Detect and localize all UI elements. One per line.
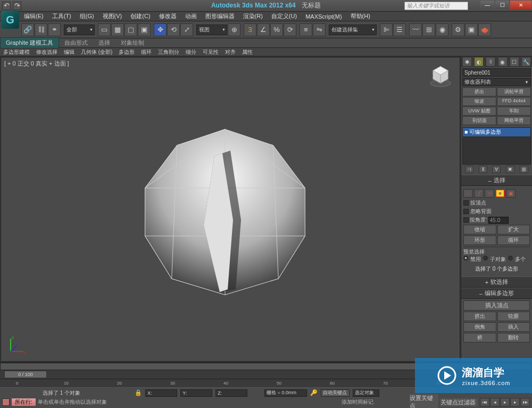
schematic-icon[interactable]: ⊞ — [422, 23, 435, 36]
radio-multi[interactable] — [508, 256, 513, 260]
sub-geom[interactable]: 几何体 (全部) — [78, 48, 115, 56]
layers-icon[interactable]: ☰ — [393, 23, 406, 36]
mod-ffd[interactable]: FFD 4x4x4 — [497, 97, 531, 106]
select-icon[interactable]: ▭ — [98, 23, 111, 36]
chk-ignore-back[interactable] — [463, 209, 469, 214]
app-menu-icon[interactable]: G — [1, 11, 19, 29]
z-coord[interactable]: Z: — [215, 389, 247, 397]
selset-dropdown[interactable]: 选定对象 — [353, 389, 379, 397]
chk-by-angle[interactable] — [463, 217, 469, 223]
subobj-edge-icon[interactable]: ╱ — [474, 189, 484, 198]
keyfilter-button[interactable]: 关键点过滤器 — [440, 398, 478, 406]
align-icon[interactable]: ⊫ — [380, 23, 393, 36]
show-end-icon[interactable]: Ⅱ — [479, 166, 487, 173]
spinner-snap-icon[interactable]: ⟳ — [284, 23, 296, 36]
time-thumb[interactable]: 0 / 100 — [4, 371, 47, 378]
sub-loop[interactable]: 循环 — [138, 48, 155, 56]
mod-lathe[interactable]: 车削 — [497, 107, 531, 116]
script-tab[interactable]: 所在行: — [12, 398, 36, 406]
menu-help[interactable]: 帮助(H) — [348, 12, 373, 21]
render-icon[interactable]: 🫖 — [478, 23, 491, 36]
viewport-label[interactable]: [ + 0 正交 0 真实 + 边面 ] — [4, 60, 69, 68]
close-button[interactable]: ✕ — [510, 0, 532, 10]
mod-noise[interactable]: 噪波 — [462, 97, 496, 106]
btn-extrude[interactable]: 挤出 — [463, 312, 496, 321]
goto-end-icon[interactable]: ⏭ — [520, 398, 530, 406]
setkey-button[interactable]: 设置关键点 — [410, 394, 438, 408]
select-name-icon[interactable]: ▦ — [111, 23, 124, 36]
sub-props[interactable]: 属性 — [239, 48, 256, 56]
chk-by-vertex[interactable] — [463, 200, 469, 206]
pin-stack-icon[interactable]: ⊣ — [465, 166, 473, 173]
search-input[interactable]: 输入关键字或短语 — [404, 2, 468, 10]
prev-frame-icon[interactable]: ◂ — [490, 398, 500, 406]
btn-flip[interactable]: 翻转 — [497, 333, 530, 342]
y-coord[interactable]: Y: — [180, 389, 212, 397]
btn-loop[interactable]: 循环 — [497, 235, 530, 245]
ribbon-tab-freeform[interactable]: 自由形式 — [59, 38, 93, 48]
sub-poly[interactable]: 多边形 — [115, 48, 138, 56]
viewcube[interactable] — [428, 63, 453, 88]
tab-display-icon[interactable]: ☐ — [510, 57, 519, 67]
percent-snap-icon[interactable]: % — [270, 23, 283, 36]
ref-coord[interactable]: 视图 — [196, 25, 227, 35]
menu-tools[interactable]: 工具(T) — [49, 12, 74, 21]
minimize-button[interactable]: — — [480, 0, 495, 10]
pivot-icon[interactable]: ⊕ — [228, 23, 240, 36]
menu-custom[interactable]: 自定义(U) — [269, 12, 300, 21]
sub-polymodel[interactable]: 多边形建模 — [0, 48, 33, 56]
autokey-button[interactable]: 自动关键点 — [321, 389, 350, 397]
rollout-softselect[interactable]: +软选择 — [461, 276, 532, 288]
mod-slice[interactable]: 剖切面 — [462, 116, 496, 125]
menu-anim[interactable]: 动画 — [182, 12, 200, 21]
key-icon[interactable]: 🔑 — [310, 389, 318, 396]
tab-create-icon[interactable]: ✱ — [462, 57, 472, 67]
menu-graph[interactable]: 图形编辑器 — [203, 12, 237, 21]
config-icon[interactable]: ⊞ — [520, 166, 528, 173]
rollout-selection[interactable]: –选择 — [461, 175, 532, 186]
curve-editor-icon[interactable]: 〰 — [409, 23, 422, 36]
sub-vis[interactable]: 可见性 — [200, 48, 222, 56]
mirror-icon[interactable]: ⇋ — [313, 23, 326, 36]
selection-filter[interactable]: 全部 — [64, 25, 95, 35]
subobj-border-icon[interactable]: ◇ — [485, 189, 494, 198]
btn-bevel[interactable]: 倒角 — [463, 322, 496, 332]
goto-start-icon[interactable]: ⏮ — [480, 398, 489, 406]
menu-view[interactable]: 视图(V) — [100, 12, 125, 21]
btn-inset[interactable]: 插入 — [497, 322, 530, 332]
link-icon[interactable]: 🔗 — [21, 23, 34, 36]
object-name-field[interactable]: Sphere001 — [462, 68, 531, 77]
redo-icon[interactable]: ↷ — [13, 2, 21, 10]
mod-uvw[interactable]: UVW 贴图 — [462, 107, 496, 116]
tab-motion-icon[interactable]: ◉ — [498, 57, 508, 67]
undo-icon[interactable]: ↶ — [2, 2, 11, 10]
rotate-icon[interactable]: ⟲ — [167, 23, 180, 36]
btn-insert-vertex[interactable]: 插入顶点 — [463, 300, 530, 311]
sub-tri[interactable]: 三角剖分 — [155, 48, 182, 56]
btn-ring[interactable]: 环形 — [463, 235, 496, 245]
mod-turbo[interactable]: 涡轮平滑 — [497, 87, 531, 96]
named-sel-icon[interactable]: ≡ — [300, 23, 312, 36]
play-icon[interactable]: ▸ — [500, 398, 510, 406]
unlink-icon[interactable]: ⛓ — [35, 23, 47, 36]
btn-grow[interactable]: 扩大 — [497, 225, 530, 234]
rollout-editpoly[interactable]: –编辑多边形 — [461, 288, 532, 299]
radio-disable[interactable] — [463, 256, 468, 260]
window-crossing-icon[interactable]: ▣ — [138, 23, 151, 36]
scale-icon[interactable]: ⤢ — [180, 23, 193, 36]
mod-extrude[interactable]: 挤出 — [462, 87, 496, 96]
lock-icon[interactable]: 🔒 — [135, 389, 142, 396]
ribbon-tab-paint[interactable]: 对象绘制 — [115, 38, 149, 48]
unique-icon[interactable]: ∀ — [492, 166, 501, 173]
material-icon[interactable]: ◉ — [436, 23, 448, 36]
menu-render[interactable]: 渲染(R) — [240, 12, 265, 21]
maximize-button[interactable]: ☐ — [495, 0, 510, 10]
tab-modify-icon[interactable]: ◐ — [474, 57, 484, 67]
subobj-vertex-icon[interactable]: ∴ — [463, 189, 473, 198]
modifier-stack[interactable]: ■ 可编辑多边形 — [462, 127, 531, 165]
menu-edit[interactable]: 编辑(E) — [21, 12, 46, 21]
mod-meshsmooth[interactable]: 网格平滑 — [497, 116, 531, 125]
sub-edit[interactable]: 编辑 — [61, 48, 78, 56]
script-rec-icon[interactable] — [2, 398, 10, 406]
stack-item[interactable]: ■ 可编辑多边形 — [463, 128, 530, 136]
